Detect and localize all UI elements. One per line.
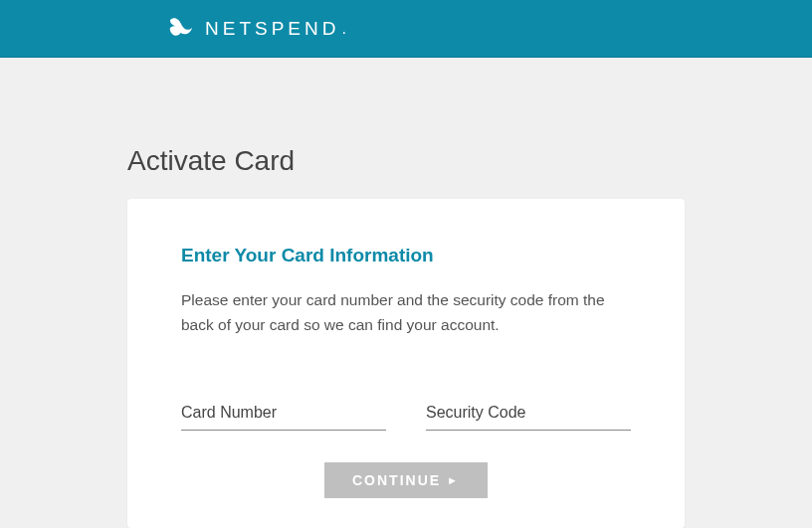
continue-button[interactable]: CONTINUE ► — [324, 462, 488, 498]
app-header: NETSPEND . — [0, 0, 812, 58]
card-number-input[interactable] — [181, 398, 386, 431]
section-title: Enter Your Card Information — [181, 245, 631, 266]
brand-logo: NETSPEND . — [167, 17, 346, 41]
form-fields — [181, 398, 631, 431]
continue-arrow-icon: ► — [447, 474, 460, 486]
page-title: Activate Card — [127, 145, 685, 177]
form-actions: CONTINUE ► — [181, 462, 631, 498]
continue-button-label: CONTINUE — [352, 472, 441, 488]
instruction-text: Please enter your card number and the se… — [181, 288, 631, 338]
brand-wordmark: NETSPEND — [205, 18, 339, 40]
card-number-field — [181, 398, 386, 431]
netspend-logo-icon — [167, 17, 195, 41]
main-content: Activate Card Enter Your Card Informatio… — [0, 145, 812, 528]
security-code-input[interactable] — [426, 398, 631, 431]
security-code-field — [426, 398, 631, 431]
brand-period: . — [341, 20, 345, 38]
activation-card: Enter Your Card Information Please enter… — [127, 199, 685, 528]
